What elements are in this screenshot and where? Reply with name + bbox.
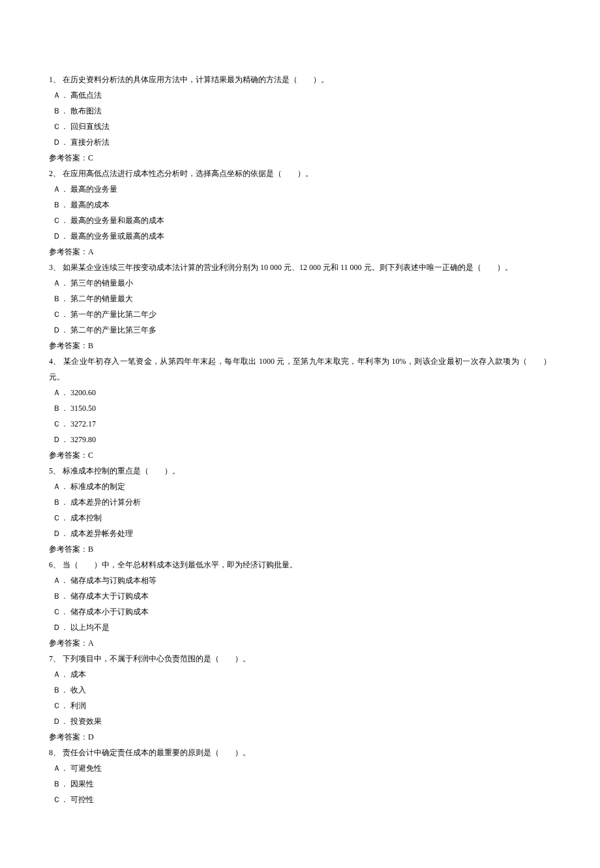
option: Ｄ． 最高的业务量或最高的成本 [49,228,551,244]
option: Ｂ． 3150.50 [49,400,551,416]
option: Ａ． 第三年的销量最小 [49,275,551,291]
option: Ａ． 可避免性 [49,760,551,776]
question-text: 责任会计中确定责任成本的最重要的原则是（ ）。 [61,748,250,757]
question-stem: 7、 下列项目中，不属于利润中心负责范围的是（ ）。 [49,651,551,666]
option: Ｂ． 储存成本大于订购成本 [49,588,551,604]
option: Ａ． 成本 [49,666,551,682]
question-stem: 1、 在历史资料分析法的具体应用方法中，计算结果最为精确的方法是（ ）。 [49,72,551,87]
answer: 参考答案：B [49,541,551,557]
question-stem: 3、 如果某企业连续三年按变动成本法计算的营业利润分别为 10 000 元、12… [49,260,551,275]
question-text: 下列项目中，不属于利润中心负责范围的是（ ）。 [61,654,250,663]
question-number: 3、 [49,263,61,272]
question-block: 2、 在应用高低点法进行成本性态分析时，选择高点坐标的依据是（ ）。Ａ． 最高的… [49,166,551,260]
answer: 参考答案：D [49,729,551,745]
option: Ｃ． 最高的业务量和最高的成本 [49,213,551,228]
option: Ｂ． 因果性 [49,776,551,792]
question-block: 3、 如果某企业连续三年按变动成本法计算的营业利润分别为 10 000 元、12… [49,260,551,353]
option: Ｄ． 直接分析法 [49,134,551,150]
question-number: 2、 [49,169,61,178]
question-block: 7、 下列项目中，不属于利润中心负责范围的是（ ）。Ａ． 成本Ｂ． 收入Ｃ． 利… [49,651,551,745]
option: Ｄ． 投资效果 [49,713,551,729]
question-stem: 2、 在应用高低点法进行成本性态分析时，选择高点坐标的依据是（ ）。 [49,166,551,181]
option: Ａ． 高低点法 [49,87,551,103]
option: Ｂ． 散布图法 [49,103,551,119]
question-number: 7、 [49,654,61,663]
option: Ｃ． 可控性 [49,792,551,807]
question-block: 1、 在历史资料分析法的具体应用方法中，计算结果最为精确的方法是（ ）。Ａ． 高… [49,72,551,166]
answer: 参考答案：C [49,447,551,463]
question-stem: 5、 标准成本控制的重点是（ ）。 [49,463,551,479]
question-block: 8、 责任会计中确定责任成本的最重要的原则是（ ）。Ａ． 可避免性Ｂ． 因果性Ｃ… [49,745,551,807]
question-stem: 4、 某企业年初存入一笔资金，从第四年年末起，每年取出 1000 元，至第九年末… [49,353,551,385]
option: Ｃ． 回归直线法 [49,119,551,134]
question-number: 5、 [49,466,61,475]
option: Ｂ． 收入 [49,682,551,698]
question-text: 某企业年初存入一笔资金，从第四年年末起，每年取出 1000 元，至第九年末取完，… [49,357,551,382]
question-number: 1、 [49,75,61,84]
option: Ｄ． 以上均不是 [49,620,551,635]
question-stem: 8、 责任会计中确定责任成本的最重要的原则是（ ）。 [49,745,551,760]
option: Ｃ． 3272.17 [49,416,551,432]
option: Ａ． 标准成本的制定 [49,479,551,494]
option: Ｃ． 储存成本小于订购成本 [49,604,551,620]
question-number: 8、 [49,748,61,757]
option: Ｃ． 成本控制 [49,510,551,526]
answer: 参考答案：A [49,635,551,651]
question-text: 标准成本控制的重点是（ ）。 [61,466,180,475]
option: Ａ． 最高的业务量 [49,181,551,197]
answer: 参考答案：B [49,338,551,353]
option: Ｄ． 3279.80 [49,432,551,447]
answer: 参考答案：C [49,150,551,166]
option: Ｃ． 利润 [49,698,551,713]
question-stem: 6、 当（ ）中，全年总材料成本达到最低水平，即为经济订购批量。 [49,557,551,573]
question-number: 4、 [49,357,61,366]
question-text: 如果某企业连续三年按变动成本法计算的营业利润分别为 10 000 元、12 00… [61,263,513,272]
question-block: 4、 某企业年初存入一笔资金，从第四年年末起，每年取出 1000 元，至第九年末… [49,353,551,463]
question-number: 6、 [49,560,61,569]
answer: 参考答案：A [49,244,551,260]
question-text: 在历史资料分析法的具体应用方法中，计算结果最为精确的方法是（ ）。 [61,75,329,84]
option: Ａ． 储存成本与订购成本相等 [49,573,551,588]
option: Ｄ． 第二年的产量比第三年多 [49,322,551,338]
exam-page: 1、 在历史资料分析法的具体应用方法中，计算结果最为精确的方法是（ ）。Ａ． 高… [0,0,600,833]
option: Ｃ． 第一年的产量比第二年少 [49,307,551,322]
option: Ｂ． 成本差异的计算分析 [49,494,551,510]
option: Ｂ． 最高的成本 [49,197,551,213]
option: Ｂ． 第二年的销量最大 [49,291,551,307]
option: Ａ． 3200.60 [49,385,551,400]
option: Ｄ． 成本差异帐务处理 [49,526,551,541]
question-block: 5、 标准成本控制的重点是（ ）。Ａ． 标准成本的制定Ｂ． 成本差异的计算分析Ｃ… [49,463,551,557]
question-text: 当（ ）中，全年总材料成本达到最低水平，即为经济订购批量。 [61,560,297,569]
question-block: 6、 当（ ）中，全年总材料成本达到最低水平，即为经济订购批量。Ａ． 储存成本与… [49,557,551,651]
question-text: 在应用高低点法进行成本性态分析时，选择高点坐标的依据是（ ）。 [61,169,313,178]
